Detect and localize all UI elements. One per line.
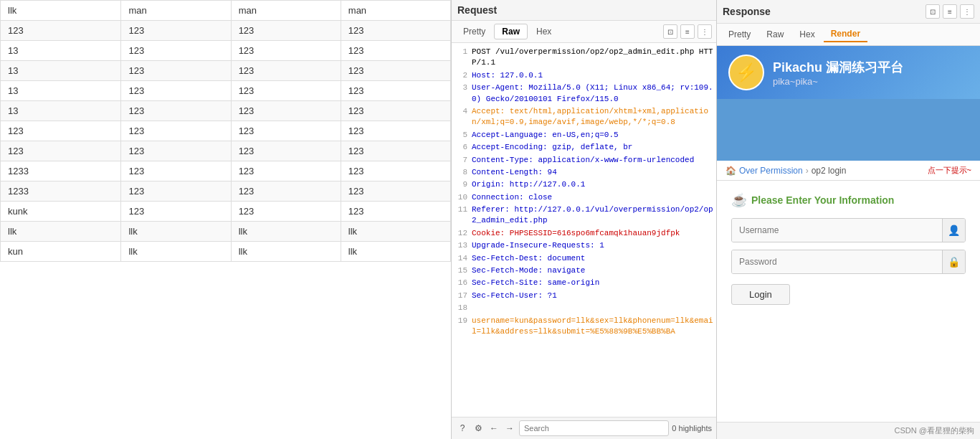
table-cell: 123 [341,141,450,161]
request-code-area: 1POST /vul/overpermission/op2/op2_admin_… [452,43,716,417]
table-cell: 123 [341,121,450,141]
table-cell: 123 [1,121,121,141]
line-content: Sec-Fetch-Dest: document [472,253,716,264]
table-row: 13123123123 [1,41,451,61]
response-icon-1[interactable]: ⊡ [926,4,940,19]
pikachu-logo: ⚡ [728,55,764,90]
table-cell: 123 [341,181,450,202]
breadcrumb-bar: 🏠 Over Permission › op2 login 点一下提示~ [717,161,980,181]
line-number: 1 [452,47,472,69]
help-icon[interactable]: ? [456,422,469,435]
table-cell: 123 [231,161,341,181]
table-cell: 123 [341,101,450,121]
tab-response-render[interactable]: Render [824,27,867,42]
pikachu-site-subtitle: pika~pika~ [773,76,903,87]
table-row: kunllkllkllk [1,242,451,262]
line-content: Content-Length: 94 [472,167,716,178]
request-tabs: Pretty Raw Hex ⊡ ≡ ⋮ [452,21,716,43]
tab-hex[interactable]: Hex [529,24,558,39]
table-cell: 123 [121,161,231,181]
line-content: Referer: http://127.0.0.1/vul/overpermis… [472,204,716,227]
tab-response-raw[interactable]: Raw [759,27,791,42]
line-number: 18 [452,303,472,313]
table-cell: llk [121,222,231,242]
response-icon-3[interactable]: ⋮ [960,4,974,19]
line-content: username=kun&password=llk&sex=llk&phonen… [472,316,716,338]
code-line: 9Origin: http://127.0.0.1 [452,179,716,191]
table-cell: 123 [121,61,231,81]
response-panel: Response ⊡ ≡ ⋮ Pretty Raw Hex Render ⚡ P… [717,0,980,439]
data-table: llkmanmanman1231231231231312312312313123… [0,0,451,262]
line-number: 3 [452,82,472,105]
table-cell: 123 [231,121,341,141]
code-line: 6Accept-Encoding: gzip, deflate, br [452,141,716,154]
table-row: 123123123123 [1,121,451,141]
line-number: 14 [452,253,472,264]
request-icon-2[interactable]: ≡ [680,24,695,39]
tab-response-hex[interactable]: Hex [792,27,822,42]
line-number: 16 [452,278,472,288]
line-content: Content-Type: application/x-www-form-url… [472,155,716,166]
line-content: Host: 127.0.0.1 [472,70,716,81]
code-line: 11Referer: http://127.0.0.1/vul/overperm… [452,204,716,227]
code-line: 16Sec-Fetch-Site: same-origin [452,277,716,289]
table-cell: 123 [341,41,450,61]
line-content: User-Agent: Mozilla/5.0 (X11; Linux x86_… [472,82,716,105]
settings-icon[interactable]: ⚙ [472,422,485,435]
line-number: 11 [452,204,472,227]
table-row: 13123123123 [1,81,451,101]
code-line: 18 [452,302,716,314]
table-row: llkllkllkllk [1,222,451,242]
login-button[interactable]: Login [731,284,790,305]
line-number: 4 [452,106,472,128]
table-cell: 123 [121,81,231,101]
username-field[interactable] [732,219,942,242]
request-icon-1[interactable]: ⊡ [663,24,677,39]
watermark-text: CSDN @看星狸的柴狗 [895,425,974,436]
line-number: 6 [452,142,472,153]
line-content: Accept-Encoding: gzip, deflate, br [472,142,716,153]
code-line: 4Accept: text/html,application/xhtml+xml… [452,105,716,129]
request-icon-3[interactable]: ⋮ [698,24,712,39]
line-number: 10 [452,192,472,203]
table-cell: 123 [231,81,341,101]
line-content: Accept-Language: en-US,en;q=0.5 [472,130,716,141]
forward-icon[interactable]: → [503,422,516,435]
table-row: 123123123123 [1,21,451,41]
code-line: 5Accept-Language: en-US,en;q=0.5 [452,129,716,141]
table-cell: 123 [341,202,450,222]
code-line: 15Sec-Fetch-Mode: navigate [452,265,716,277]
request-title: Request [457,4,497,16]
line-number: 15 [452,265,472,276]
password-field[interactable] [732,250,942,273]
tab-response-pretty[interactable]: Pretty [721,27,758,42]
tab-pretty[interactable]: Pretty [456,24,493,39]
search-input[interactable] [519,420,669,436]
response-tabs: Pretty Raw Hex Render [717,24,980,46]
tab-raw[interactable]: Raw [494,24,528,39]
line-content: Origin: http://127.0.0.1 [472,179,716,190]
table-row: 1233123123123 [1,181,451,202]
back-icon[interactable]: ← [487,422,500,435]
request-panel-header: Request [452,0,716,21]
hint-link[interactable]: 点一下提示~ [928,165,971,176]
table-cell: 123 [121,141,231,161]
line-number: 13 [452,240,472,251]
pikachu-site-title: Pikachu 漏洞练习平台 [773,59,903,76]
breadcrumb-over-permission[interactable]: Over Permission [739,166,803,176]
response-panel-header: Response ⊡ ≡ ⋮ [717,0,980,24]
table-cell: llk [1,222,121,242]
table-row: 13123123123 [1,61,451,81]
table-cell: kunk [1,202,121,222]
line-number: 12 [452,228,472,239]
table-cell: 13 [1,41,121,61]
response-bottom-bar: CSDN @看星狸的柴狗 [717,422,980,439]
password-input-group: 🔒 [731,250,966,274]
request-bottom-toolbar: ? ⚙ ← → 0 highlights [452,417,716,439]
table-cell: 13 [1,81,121,101]
code-line: 8Content-Length: 94 [452,166,716,179]
line-content: Upgrade-Insecure-Requests: 1 [472,240,716,251]
table-cell: 123 [231,181,341,202]
response-icon-2[interactable]: ≡ [943,4,957,19]
user-icon: 👤 [942,219,965,242]
